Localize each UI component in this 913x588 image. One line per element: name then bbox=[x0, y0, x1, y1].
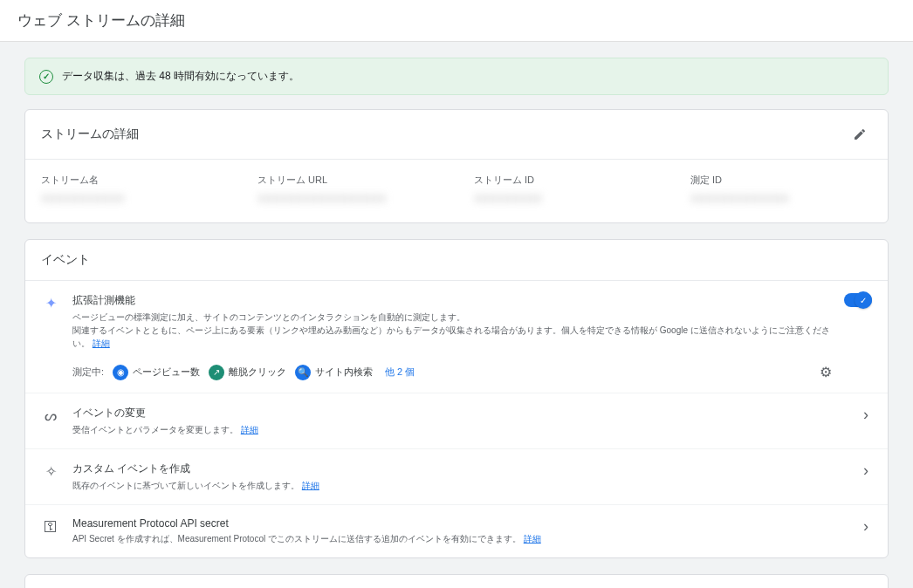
measurement-id-col: 測定 ID XXXXXXXXXXXXX bbox=[690, 174, 872, 205]
label: ストリーム URL bbox=[257, 174, 439, 187]
chip-label: サイト内検索 bbox=[315, 366, 373, 379]
chip-label: 離脱クリック bbox=[229, 366, 286, 379]
stream-details-header: ストリームの詳細 bbox=[25, 110, 888, 160]
chip-label: ページビュー数 bbox=[133, 366, 200, 379]
row-tail bbox=[844, 293, 872, 307]
stream-grid: ストリーム名 XXXXXXXXXXX ストリーム URL XXXXXXXXXXX… bbox=[25, 160, 888, 222]
value-redacted: XXXXXXXXXXXXXXXXX bbox=[257, 192, 439, 205]
chevron-right-icon[interactable]: › bbox=[860, 517, 872, 536]
search-icon: 🔍 bbox=[295, 365, 311, 380]
chevron-right-icon[interactable]: › bbox=[860, 406, 872, 424]
card-title: イベント bbox=[41, 252, 90, 268]
main-content: データ収集は、過去 48 時間有効になっています。 ストリームの詳細 ストリーム… bbox=[24, 58, 889, 588]
gtag-card: Google タグ 🏷 タグ設定を行う クロスドメイン リンクや内部トラフィック… bbox=[24, 574, 889, 588]
label: 測定 ID bbox=[690, 174, 872, 187]
events-card: イベント ✦ 拡張計測機能 ページビューの標準測定に加え、サイトのコンテンツとの… bbox=[24, 239, 889, 558]
page-title: ウェブ ストリームの詳細 bbox=[0, 0, 913, 42]
gear-icon[interactable]: ⚙ bbox=[820, 364, 832, 380]
pencil-icon bbox=[853, 127, 867, 141]
sparkle-icon: ✦ bbox=[41, 293, 60, 311]
row-body: 拡張計測機能 ページビューの標準測定に加え、サイトのコンテンツとのインタラクショ… bbox=[72, 293, 832, 380]
eye-icon: ◉ bbox=[113, 365, 128, 380]
chip-outbound: ↗ 離脱クリック bbox=[209, 365, 286, 380]
sparkle-icon: ✧ bbox=[41, 462, 60, 480]
alert-text: データ収集は、過去 48 時間有効になっています。 bbox=[62, 69, 299, 84]
value-redacted: XXXXXXXXXXXXX bbox=[690, 192, 872, 205]
measuring-label: 測定中: bbox=[72, 366, 104, 379]
row-title: イベントの変更 bbox=[72, 406, 848, 420]
value-redacted: XXXXXXXXX bbox=[474, 192, 656, 205]
edit-button[interactable] bbox=[848, 122, 872, 147]
enhanced-toggle[interactable] bbox=[844, 293, 872, 307]
card-title: ストリームの詳細 bbox=[41, 126, 139, 142]
row-desc: ページビューの標準測定に加え、サイトのコンテンツとのインタラクションを自動的に測… bbox=[72, 311, 832, 350]
events-header: イベント bbox=[25, 240, 888, 281]
check-icon bbox=[39, 70, 53, 84]
chevron-right-icon[interactable]: › bbox=[860, 462, 872, 480]
row-desc: API Secret を作成すれば、Measurement Protocol で… bbox=[72, 532, 848, 545]
stream-details-card: ストリームの詳細 ストリーム名 XXXXXXXXXXX ストリーム URL XX… bbox=[24, 109, 889, 223]
stream-id-col: ストリーム ID XXXXXXXXX bbox=[474, 174, 656, 205]
details-link[interactable]: 詳細 bbox=[524, 534, 541, 544]
measurement-chips: 測定中: ◉ ページビュー数 ↗ 離脱クリック 🔍 サイト内検索 他 2 個 ⚙ bbox=[72, 364, 832, 380]
row-desc: 既存のイベントに基づいて新しいイベントを作成します。 詳細 bbox=[72, 479, 848, 492]
key-icon: ⚿ bbox=[41, 517, 60, 535]
row-desc: 受信イベントとパラメータを変更します。 詳細 bbox=[72, 423, 848, 436]
details-link[interactable]: 詳細 bbox=[93, 338, 110, 348]
row-title: カスタム イベントを作成 bbox=[72, 462, 848, 476]
exit-icon: ↗ bbox=[209, 365, 224, 380]
chip-pageview: ◉ ページビュー数 bbox=[113, 365, 200, 380]
custom-events-row[interactable]: ✧ カスタム イベントを作成 既存のイベントに基づいて新しいイベントを作成します… bbox=[25, 448, 888, 504]
wand-icon: ᔕ bbox=[41, 406, 60, 424]
api-secret-row[interactable]: ⚿ Measurement Protocol API secret API Se… bbox=[25, 504, 888, 557]
desc-line1: ページビューの標準測定に加え、サイトのコンテンツとのインタラクションを自動的に測… bbox=[72, 312, 465, 322]
row-title: 拡張計測機能 bbox=[72, 293, 832, 308]
data-collection-alert: データ収集は、過去 48 時間有効になっています。 bbox=[24, 58, 889, 95]
details-link[interactable]: 詳細 bbox=[241, 425, 258, 434]
stream-name-col: ストリーム名 XXXXXXXXXXX bbox=[41, 174, 223, 205]
modify-events-row[interactable]: ᔕ イベントの変更 受信イベントとパラメータを変更します。 詳細 › bbox=[25, 393, 888, 448]
desc-line2: 関連するイベントとともに、ページ上にある要素（リンクや埋め込み動画など）からもデ… bbox=[72, 325, 830, 348]
label: ストリーム ID bbox=[474, 174, 656, 187]
stream-url-col: ストリーム URL XXXXXXXXXXXXXXXXX bbox=[257, 174, 439, 205]
chip-search: 🔍 サイト内検索 bbox=[295, 365, 373, 380]
more-link[interactable]: 他 2 個 bbox=[385, 366, 415, 379]
details-link[interactable]: 詳細 bbox=[302, 481, 319, 490]
label: ストリーム名 bbox=[41, 174, 223, 187]
row-title: Measurement Protocol API secret bbox=[72, 517, 848, 530]
value-redacted: XXXXXXXXXXX bbox=[41, 192, 223, 205]
gtag-header: Google タグ bbox=[25, 575, 888, 588]
enhanced-measurement-row: ✦ 拡張計測機能 ページビューの標準測定に加え、サイトのコンテンツとのインタラク… bbox=[25, 281, 888, 393]
